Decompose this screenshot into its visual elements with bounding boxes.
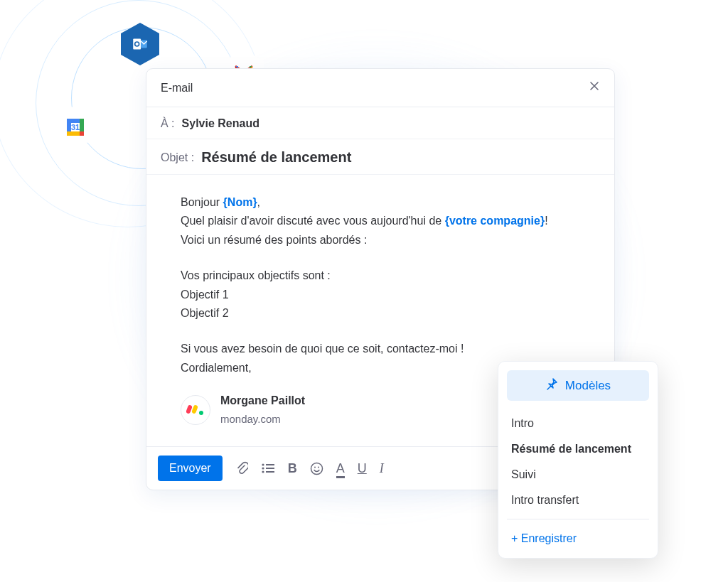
templates-title: Modèles bbox=[565, 379, 611, 393]
body-line: Voici un résumé des points abordés : bbox=[181, 231, 586, 249]
body-line: Bonjour {Nom}, bbox=[181, 193, 586, 212]
subject-value: Résumé de lancement bbox=[201, 149, 351, 166]
divider: + Enregistrer bbox=[507, 519, 649, 548]
body-line: Si vous avez besoin de quoi que ce soit,… bbox=[181, 340, 586, 358]
svg-point-23 bbox=[314, 466, 316, 468]
to-field[interactable]: À : Sylvie Renaud bbox=[146, 107, 614, 139]
subject-label: Objet : bbox=[161, 151, 194, 164]
merge-token-name: {Nom} bbox=[223, 196, 257, 208]
text: ! bbox=[545, 215, 547, 227]
to-value: Sylvie Renaud bbox=[182, 117, 259, 130]
merge-token-company: {votre compagnie} bbox=[445, 215, 545, 227]
svg-point-2 bbox=[136, 43, 139, 45]
body-line: Vos principaux objectifs sont : bbox=[181, 266, 586, 285]
template-item[interactable]: Résumé de lancement bbox=[507, 436, 649, 462]
emoji-icon[interactable] bbox=[310, 462, 323, 475]
body-line: Objectif 2 bbox=[181, 304, 586, 323]
svg-rect-21 bbox=[266, 471, 274, 473]
svg-rect-17 bbox=[266, 464, 274, 465]
text: Quel plaisir d'avoir discuté avec vous a… bbox=[181, 215, 445, 227]
template-item[interactable]: Suivi bbox=[507, 462, 649, 487]
text: , bbox=[257, 196, 260, 208]
svg-rect-13 bbox=[186, 404, 193, 414]
underline-icon[interactable]: U bbox=[358, 461, 367, 476]
save-template-button[interactable]: + Enregistrer bbox=[507, 529, 649, 548]
text-color-icon[interactable]: A bbox=[336, 461, 345, 476]
subject-field[interactable]: Objet : Résumé de lancement bbox=[146, 139, 614, 175]
svg-point-16 bbox=[262, 464, 264, 466]
body-line: Objectif 1 bbox=[181, 286, 586, 304]
svg-point-22 bbox=[311, 463, 322, 474]
svg-point-24 bbox=[318, 466, 319, 468]
bold-icon[interactable]: B bbox=[288, 461, 297, 476]
body-line: Quel plaisir d'avoir discuté avec vous a… bbox=[181, 212, 586, 230]
template-item[interactable]: Intro transfert bbox=[507, 487, 649, 513]
bullet-list-icon[interactable] bbox=[261, 463, 275, 474]
svg-text:31: 31 bbox=[71, 123, 80, 131]
templates-header[interactable]: Modèles bbox=[507, 370, 649, 401]
templates-list: IntroRésumé de lancementSuiviIntro trans… bbox=[507, 411, 649, 513]
svg-rect-19 bbox=[266, 468, 274, 469]
template-item[interactable]: Intro bbox=[507, 411, 649, 436]
attachment-icon[interactable] bbox=[235, 461, 248, 475]
compose-title: E-mail bbox=[161, 82, 193, 95]
signature-org: monday.com bbox=[220, 411, 305, 429]
text: Bonjour bbox=[181, 196, 223, 208]
to-label: À : bbox=[161, 117, 175, 130]
pin-icon bbox=[545, 377, 558, 394]
close-icon[interactable] bbox=[589, 80, 600, 95]
signature-name: Morgane Paillot bbox=[220, 392, 305, 410]
compose-header: E-mail bbox=[146, 69, 614, 107]
svg-point-15 bbox=[199, 411, 203, 415]
svg-point-20 bbox=[262, 471, 264, 473]
italic-icon[interactable]: I bbox=[380, 461, 384, 476]
templates-panel: Modèles IntroRésumé de lancementSuiviInt… bbox=[498, 361, 658, 559]
monday-logo-icon bbox=[181, 395, 210, 425]
svg-rect-11 bbox=[80, 131, 84, 136]
send-button[interactable]: Envoyer bbox=[158, 456, 223, 481]
svg-point-18 bbox=[262, 468, 264, 470]
svg-rect-14 bbox=[191, 404, 198, 414]
